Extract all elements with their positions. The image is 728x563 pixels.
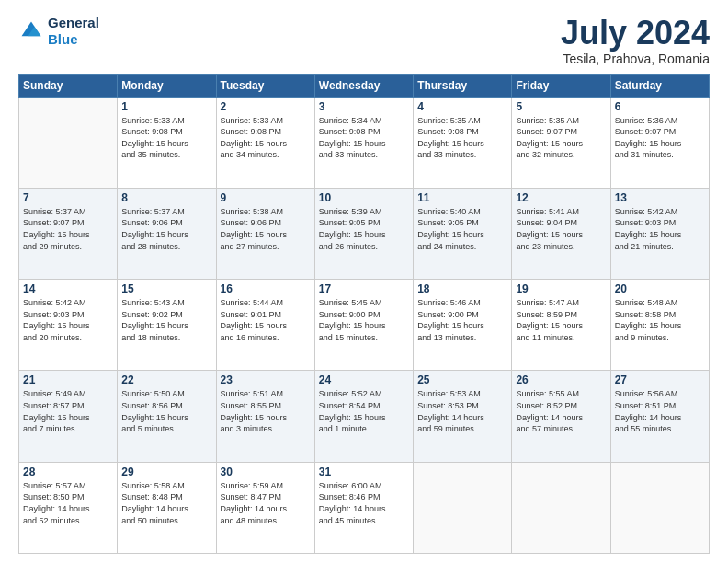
day-info: Sunrise: 5:59 AM Sunset: 8:47 PM Dayligh… xyxy=(221,480,311,526)
calendar-cell: 23Sunrise: 5:51 AM Sunset: 8:55 PM Dayli… xyxy=(216,371,314,462)
day-info: Sunrise: 5:41 AM Sunset: 9:04 PM Dayligh… xyxy=(516,206,606,252)
day-number: 7 xyxy=(23,191,113,204)
day-info: Sunrise: 5:53 AM Sunset: 8:53 PM Dayligh… xyxy=(417,388,507,434)
day-info: Sunrise: 5:34 AM Sunset: 9:08 PM Dayligh… xyxy=(319,115,409,161)
day-number: 29 xyxy=(121,465,211,478)
day-number: 24 xyxy=(319,373,409,386)
day-number: 15 xyxy=(121,282,211,295)
day-info: Sunrise: 5:47 AM Sunset: 8:59 PM Dayligh… xyxy=(516,297,606,343)
day-number: 25 xyxy=(417,373,507,386)
calendar-cell: 19Sunrise: 5:47 AM Sunset: 8:59 PM Dayli… xyxy=(512,280,610,371)
calendar-week-row: 28Sunrise: 5:57 AM Sunset: 8:50 PM Dayli… xyxy=(19,462,710,553)
calendar-week-row: 21Sunrise: 5:49 AM Sunset: 8:57 PM Dayli… xyxy=(19,371,710,462)
main-title: July 2024 xyxy=(561,15,710,52)
day-number: 22 xyxy=(121,373,211,386)
day-number: 13 xyxy=(615,191,705,204)
calendar-cell: 18Sunrise: 5:46 AM Sunset: 9:00 PM Dayli… xyxy=(414,280,512,371)
day-info: Sunrise: 5:56 AM Sunset: 8:51 PM Dayligh… xyxy=(615,388,705,434)
calendar-week-row: 14Sunrise: 5:42 AM Sunset: 9:03 PM Dayli… xyxy=(19,280,710,371)
day-info: Sunrise: 5:49 AM Sunset: 8:57 PM Dayligh… xyxy=(23,388,113,434)
calendar-cell: 6Sunrise: 5:36 AM Sunset: 9:07 PM Daylig… xyxy=(610,97,709,188)
day-number: 8 xyxy=(121,191,211,204)
calendar-cell: 21Sunrise: 5:49 AM Sunset: 8:57 PM Dayli… xyxy=(19,371,118,462)
weekday-header-saturday: Saturday xyxy=(610,74,709,97)
calendar-cell xyxy=(19,97,118,188)
day-info: Sunrise: 6:00 AM Sunset: 8:46 PM Dayligh… xyxy=(319,480,409,526)
day-info: Sunrise: 5:42 AM Sunset: 9:03 PM Dayligh… xyxy=(23,297,113,343)
day-number: 16 xyxy=(221,282,311,295)
day-info: Sunrise: 5:44 AM Sunset: 9:01 PM Dayligh… xyxy=(221,297,311,343)
weekday-header-thursday: Thursday xyxy=(414,74,512,97)
calendar-cell xyxy=(610,462,709,553)
calendar-cell: 14Sunrise: 5:42 AM Sunset: 9:03 PM Dayli… xyxy=(19,280,118,371)
day-number: 18 xyxy=(417,282,507,295)
day-number: 5 xyxy=(516,100,606,113)
day-number: 30 xyxy=(221,465,311,478)
day-number: 23 xyxy=(221,373,311,386)
day-info: Sunrise: 5:37 AM Sunset: 9:07 PM Dayligh… xyxy=(23,206,113,252)
calendar-cell: 13Sunrise: 5:42 AM Sunset: 9:03 PM Dayli… xyxy=(610,188,709,279)
calendar-week-row: 7Sunrise: 5:37 AM Sunset: 9:07 PM Daylig… xyxy=(19,188,710,279)
day-info: Sunrise: 5:33 AM Sunset: 9:08 PM Dayligh… xyxy=(121,115,211,161)
day-number: 17 xyxy=(319,282,409,295)
calendar-cell: 29Sunrise: 5:58 AM Sunset: 8:48 PM Dayli… xyxy=(118,462,216,553)
day-number: 6 xyxy=(615,100,705,113)
calendar-cell: 1Sunrise: 5:33 AM Sunset: 9:08 PM Daylig… xyxy=(118,97,216,188)
calendar-cell: 4Sunrise: 5:35 AM Sunset: 9:08 PM Daylig… xyxy=(414,97,512,188)
day-number: 31 xyxy=(319,465,409,478)
day-number: 26 xyxy=(516,373,606,386)
day-info: Sunrise: 5:37 AM Sunset: 9:06 PM Dayligh… xyxy=(121,206,211,252)
day-info: Sunrise: 5:39 AM Sunset: 9:05 PM Dayligh… xyxy=(319,206,409,252)
calendar-cell: 30Sunrise: 5:59 AM Sunset: 8:47 PM Dayli… xyxy=(216,462,314,553)
day-info: Sunrise: 5:36 AM Sunset: 9:07 PM Dayligh… xyxy=(615,115,705,161)
calendar-cell: 22Sunrise: 5:50 AM Sunset: 8:56 PM Dayli… xyxy=(118,371,216,462)
day-number: 12 xyxy=(516,191,606,204)
weekday-header-wednesday: Wednesday xyxy=(314,74,413,97)
day-info: Sunrise: 5:50 AM Sunset: 8:56 PM Dayligh… xyxy=(121,388,211,434)
day-number: 20 xyxy=(615,282,705,295)
calendar-table: SundayMondayTuesdayWednesdayThursdayFrid… xyxy=(18,74,710,554)
calendar-cell: 2Sunrise: 5:33 AM Sunset: 9:08 PM Daylig… xyxy=(216,97,314,188)
day-info: Sunrise: 5:58 AM Sunset: 8:48 PM Dayligh… xyxy=(121,480,211,526)
calendar-cell xyxy=(512,462,610,553)
day-number: 10 xyxy=(319,191,409,204)
calendar-cell: 16Sunrise: 5:44 AM Sunset: 9:01 PM Dayli… xyxy=(216,280,314,371)
day-info: Sunrise: 5:33 AM Sunset: 9:08 PM Dayligh… xyxy=(221,115,311,161)
day-info: Sunrise: 5:45 AM Sunset: 9:00 PM Dayligh… xyxy=(319,297,409,343)
day-info: Sunrise: 5:40 AM Sunset: 9:05 PM Dayligh… xyxy=(417,206,507,252)
calendar-cell: 24Sunrise: 5:52 AM Sunset: 8:54 PM Dayli… xyxy=(314,371,413,462)
calendar-cell: 31Sunrise: 6:00 AM Sunset: 8:46 PM Dayli… xyxy=(314,462,413,553)
calendar-cell: 9Sunrise: 5:38 AM Sunset: 9:06 PM Daylig… xyxy=(216,188,314,279)
day-number: 27 xyxy=(615,373,705,386)
day-number: 19 xyxy=(516,282,606,295)
calendar-cell: 11Sunrise: 5:40 AM Sunset: 9:05 PM Dayli… xyxy=(414,188,512,279)
day-number: 9 xyxy=(221,191,311,204)
day-info: Sunrise: 5:38 AM Sunset: 9:06 PM Dayligh… xyxy=(221,206,311,252)
calendar-cell: 8Sunrise: 5:37 AM Sunset: 9:06 PM Daylig… xyxy=(118,188,216,279)
day-number: 11 xyxy=(417,191,507,204)
calendar-cell: 20Sunrise: 5:48 AM Sunset: 8:58 PM Dayli… xyxy=(610,280,709,371)
logo-icon xyxy=(18,18,44,44)
day-number: 14 xyxy=(23,282,113,295)
day-number: 2 xyxy=(221,100,311,113)
calendar-cell: 5Sunrise: 5:35 AM Sunset: 9:07 PM Daylig… xyxy=(512,97,610,188)
calendar-cell: 28Sunrise: 5:57 AM Sunset: 8:50 PM Dayli… xyxy=(19,462,118,553)
weekday-header-friday: Friday xyxy=(512,74,610,97)
day-number: 3 xyxy=(319,100,409,113)
calendar-cell: 3Sunrise: 5:34 AM Sunset: 9:08 PM Daylig… xyxy=(314,97,413,188)
header: General Blue July 2024 Tesila, Prahova, … xyxy=(18,15,710,66)
calendar-cell: 25Sunrise: 5:53 AM Sunset: 8:53 PM Dayli… xyxy=(414,371,512,462)
weekday-header-tuesday: Tuesday xyxy=(216,74,314,97)
day-info: Sunrise: 5:55 AM Sunset: 8:52 PM Dayligh… xyxy=(516,388,606,434)
logo-text: General Blue xyxy=(48,15,99,48)
day-number: 28 xyxy=(23,465,113,478)
calendar-cell: 7Sunrise: 5:37 AM Sunset: 9:07 PM Daylig… xyxy=(19,188,118,279)
day-info: Sunrise: 5:48 AM Sunset: 8:58 PM Dayligh… xyxy=(615,297,705,343)
day-info: Sunrise: 5:51 AM Sunset: 8:55 PM Dayligh… xyxy=(221,388,311,434)
day-info: Sunrise: 5:42 AM Sunset: 9:03 PM Dayligh… xyxy=(615,206,705,252)
weekday-header-monday: Monday xyxy=(118,74,216,97)
calendar-cell: 26Sunrise: 5:55 AM Sunset: 8:52 PM Dayli… xyxy=(512,371,610,462)
weekday-header-row: SundayMondayTuesdayWednesdayThursdayFrid… xyxy=(19,74,710,97)
title-block: July 2024 Tesila, Prahova, Romania xyxy=(561,15,710,66)
day-number: 1 xyxy=(121,100,211,113)
